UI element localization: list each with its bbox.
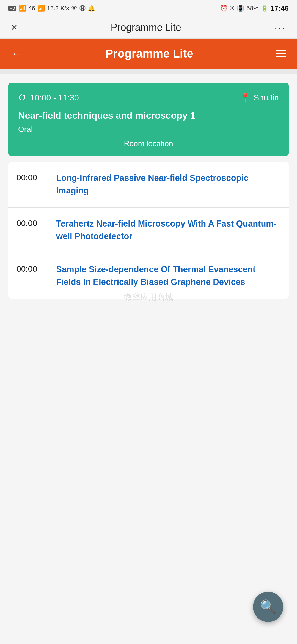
bell-icon: 🔔: [88, 5, 95, 12]
bluetooth-icon: ✳: [230, 5, 235, 12]
top-divider: [0, 69, 297, 74]
hd-badge: HD: [8, 6, 16, 11]
vibrate-icon: 📳: [237, 5, 244, 12]
menu-line-2: [276, 53, 286, 54]
search-fab[interactable]: 🔍: [253, 592, 283, 622]
main-content: ⏱ 10:00 - 11:30 📍 ShuJin Near-field tech…: [0, 74, 297, 354]
location-name: ShuJin: [254, 93, 279, 102]
session-time: ⏱ 10:00 - 11:30: [18, 93, 79, 102]
data-speed: 13.2 K/s: [47, 5, 69, 12]
signal-icon-2: 📶: [37, 5, 45, 12]
top-bar-title: Programme Lite: [111, 22, 181, 33]
session-card: ⏱ 10:00 - 11:30 📍 ShuJin Near-field tech…: [8, 83, 289, 156]
clock-icon: ⏱: [18, 93, 26, 102]
presentation-time-3: 00:00: [16, 263, 50, 274]
presentation-time-2: 00:00: [16, 217, 50, 228]
signal-icon: 📶: [19, 5, 26, 12]
battery-icon: 🔋: [261, 5, 268, 12]
menu-button[interactable]: [276, 50, 286, 57]
nfc-icon: Ⓝ: [79, 4, 86, 12]
status-left: HD 📶 46 📶 13.2 K/s 👁 Ⓝ 🔔: [8, 4, 95, 12]
pin-icon: 📍: [240, 92, 251, 103]
status-bar: HD 📶 46 📶 13.2 K/s 👁 Ⓝ 🔔 ⏰ ✳ 📳 58% 🔋 17:…: [0, 0, 297, 17]
presentation-item: 00:00 Sample Size-dependence Of Thermal …: [8, 253, 289, 299]
presentation-item: 00:00 Long-Infrared Passive Near-field S…: [8, 162, 289, 208]
room-location-link[interactable]: Room location: [18, 139, 279, 148]
app-header-title: Programme Lite: [105, 47, 193, 60]
presentation-time-1: 00:00: [16, 172, 50, 182]
close-button[interactable]: ×: [11, 21, 17, 34]
app-header: ← Programme Lite: [0, 39, 297, 69]
presentation-item: 00:00 Terahertz Near-field Microscopy Wi…: [8, 208, 289, 253]
signal-strength: 46: [28, 5, 35, 12]
status-time: 17:46: [271, 4, 289, 13]
session-meta: ⏱ 10:00 - 11:30 📍 ShuJin: [18, 92, 279, 103]
session-type: Oral: [18, 125, 279, 134]
presentation-title-2[interactable]: Terahertz Near-field Microscopy With A F…: [56, 217, 280, 243]
presentation-title-1[interactable]: Long-Infrared Passive Near-field Spectro…: [56, 172, 280, 197]
alarm-icon: ⏰: [220, 5, 227, 12]
time-range: 10:00 - 11:30: [30, 93, 79, 102]
eye-icon: 👁: [71, 5, 77, 12]
top-bar: × Programme Lite ···: [0, 17, 297, 39]
presentations-container: 00:00 Long-Infrared Passive Near-field S…: [8, 162, 289, 299]
battery-percent: 58%: [246, 5, 258, 12]
session-location-info: 📍 ShuJin: [240, 92, 279, 103]
more-button[interactable]: ···: [274, 22, 286, 33]
search-icon: 🔍: [260, 599, 276, 615]
status-right: ⏰ ✳ 📳 58% 🔋 17:46: [220, 4, 289, 13]
menu-line-3: [276, 56, 286, 57]
menu-line-1: [276, 50, 286, 51]
presentation-title-3[interactable]: Sample Size-dependence Of Thermal Evanes…: [56, 263, 280, 289]
back-button[interactable]: ←: [11, 47, 23, 61]
session-title: Near-field techniques and microscopy 1: [18, 109, 279, 122]
